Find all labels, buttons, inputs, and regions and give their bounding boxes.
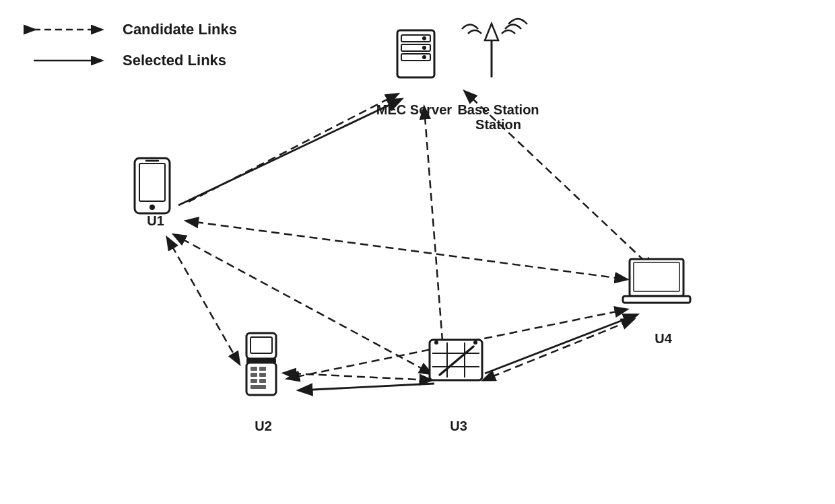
svg-rect-34 (630, 259, 683, 296)
svg-rect-36 (623, 296, 690, 303)
svg-rect-19 (250, 367, 257, 371)
svg-rect-23 (250, 379, 257, 383)
u1-smartphone-icon (135, 158, 170, 213)
mec-server-label: MEC Server (376, 102, 452, 117)
candidate-link-u2-u3 (293, 373, 431, 380)
svg-rect-22 (259, 373, 266, 377)
svg-rect-21 (250, 373, 257, 377)
svg-rect-20 (259, 367, 266, 371)
network-diagram: MEC/BS area --> U3 --> U2 --> U4 --> U4 … (0, 0, 835, 504)
base-station-icon (462, 19, 527, 77)
selected-link-u1-mec (178, 100, 401, 205)
svg-point-33 (473, 340, 477, 345)
svg-marker-10 (485, 24, 498, 40)
svg-point-32 (434, 340, 438, 345)
u2-flipphone-icon (246, 333, 276, 395)
base-station-label: Base Station (457, 102, 539, 117)
u4-label: U4 (655, 331, 672, 346)
mec-server-icon (397, 30, 434, 77)
base-station-label2: Station (475, 117, 521, 132)
u1-label: U1 (147, 213, 164, 228)
candidate-link-u1-u4 (195, 222, 626, 279)
u2-label: U2 (255, 419, 272, 433)
selected-link-u3-u2 (300, 384, 434, 390)
svg-point-8 (422, 55, 426, 59)
candidate-link-u3-u4 (492, 320, 633, 377)
candidate-link-u1-u3 (182, 239, 431, 373)
candidate-link-u3-mec (424, 108, 444, 367)
svg-point-13 (149, 205, 155, 210)
diagram-container: Candidate Links Selected Links (0, 0, 835, 504)
svg-rect-25 (250, 385, 266, 389)
u3-tablet-icon (430, 340, 482, 380)
u3-label: U3 (450, 419, 467, 433)
candidate-link-u1-u2 (172, 246, 239, 363)
svg-point-6 (422, 36, 426, 40)
svg-rect-24 (259, 379, 266, 383)
u4-laptop-icon (623, 259, 690, 303)
svg-point-7 (422, 46, 426, 50)
